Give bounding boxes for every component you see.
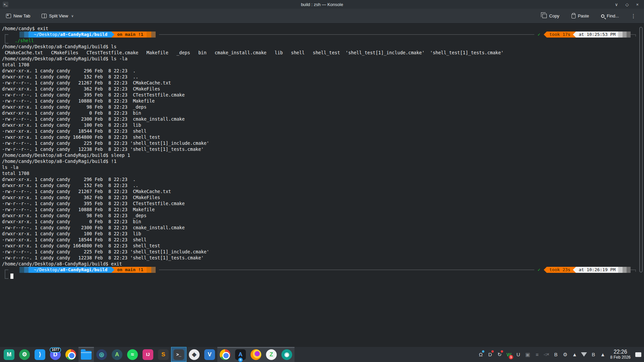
prompt-block-gray-dark [627,32,631,38]
manjaro-settings-taskbar-button[interactable]: ⚙ [17,347,32,362]
terminal-output-line: /home/candy/Desktop/a8-CandyRagi/build$ … [2,158,644,164]
paste-button[interactable]: Paste [568,11,592,20]
file-listing-row: -rw-r--r--. 1 candy candy 225 Feb 8 22:2… [2,249,644,255]
taskbar-panel: M⚙⟩D1077◎A≈IJS>_◆VA+Z◉ ΩD↻W1U▣≡◁✕B⚙▲B▲ 2… [0,347,644,362]
terminal-output-line: /home/candy/Desktop/a8-CandyRagi/build$ … [2,261,644,267]
file-listing-row: drwxr-xr-x. 1 candy candy 98 Feb 8 22:23… [2,104,644,110]
discord-taskbar-button[interactable]: D1077 [48,347,63,362]
software-center-icon: ⟩ [35,349,45,360]
terminal-input-line[interactable] [2,273,644,279]
file-listing-row: drwxr-xr-x. 1 candy candy 0 Feb 8 22:23 … [2,110,644,116]
file-listing-row: drwxr-xr-x. 1 candy candy 362 Feb 8 22:2… [2,86,644,92]
android-studio-icon: A [112,349,122,360]
cube-package-icon[interactable]: ▣ [523,347,532,362]
bluetooth-adapter-icon[interactable]: B [589,347,598,362]
wifi-icon[interactable] [579,347,589,362]
unity-taskbar-button[interactable]: ◆ [186,347,202,362]
android-studio-taskbar-button[interactable]: A [109,347,125,362]
app-launcher-manjaro-taskbar-button[interactable]: M [1,347,17,362]
terminal-output-line: /home/candy/Desktop/a8-CandyRagi/build$ … [2,44,644,50]
split-view-label: Split View [49,13,68,18]
konsole-icon: >_ [173,349,184,360]
status-dot [501,350,503,353]
minimize-button[interactable]: ∨ [615,2,618,7]
copy-label: Copy [549,13,559,18]
chrome-window-taskbar-button[interactable] [217,347,233,362]
prompt-connector-line [159,32,534,38]
discord-tray-icon[interactable]: D [485,347,495,362]
chrome-icon [65,349,76,360]
new-tab-label: New Tab [13,13,30,18]
tray-expander-caret-icon[interactable]: ▲ [598,347,607,362]
prompt-block-dark-blue [19,32,24,38]
file-manager-icon [81,351,92,360]
file-manager-taskbar-button[interactable] [78,347,94,362]
clock[interactable]: 22:26 8 Feb 2026 [610,349,631,360]
konsole-window: >_ build : zsh — Konsole ∨ ◇ × New Tab S… [0,0,644,362]
find-button[interactable]: Find... [598,11,622,20]
maximize-button[interactable]: ◇ [625,2,629,7]
split-view-button[interactable]: Split View ∨ [38,11,77,20]
jdownloader-icon[interactable]: U [514,347,523,362]
screenshot-gear-icon[interactable]: ⚙ [560,347,570,362]
vscode-taskbar-button[interactable]: V [202,347,217,362]
show-desktop-button[interactable] [634,347,643,362]
zen-browser-taskbar-button[interactable]: Z [264,347,279,362]
badge-count: 1077 [50,347,61,353]
accessibility-a-taskbar-button[interactable]: A+ [233,347,248,362]
prompt-block-brown [151,32,156,38]
eject-device-icon[interactable]: ▲ [570,347,579,362]
terminal-area[interactable]: /home/candy$ exit~/Desktop/a8-CandyRagi/… [0,23,644,347]
software-center-taskbar-button[interactable]: ⟩ [32,347,48,362]
clipboard-notes-icon[interactable]: ≡ [532,347,542,362]
powerline-arrow-icon [111,267,114,273]
find-label: Find... [607,13,619,18]
close-button[interactable]: × [636,2,639,7]
copy-button[interactable]: Copy [539,11,562,20]
chevron-down-icon: ∨ [71,14,73,18]
plasma-swirl-icon: ◎ [96,349,107,360]
firefox-taskbar-button[interactable] [248,347,264,362]
intellij-idea-taskbar-button[interactable]: IJ [140,347,156,362]
screen-recorder-taskbar-button[interactable]: ◉ [279,347,294,362]
plasma-swirl-taskbar-button[interactable]: ◎ [94,347,109,362]
sublime-text-taskbar-button[interactable]: S [156,347,171,362]
file-listing-row: -rw-r--r--. 1 candy candy 225 Feb 8 22:2… [2,140,644,146]
konsole-taskbar-button[interactable]: >_ [171,347,186,362]
status-dot [482,350,484,353]
toolbar: New Tab Split View ∨ Copy Paste Find... [0,9,644,23]
bluetooth-icon[interactable]: B [551,347,560,362]
notifications-bell-icon[interactable]: Ω [476,347,485,362]
chrome-taskbar-button[interactable] [63,347,78,362]
new-tab-icon [6,14,11,18]
paste-icon [572,14,576,18]
titlebar[interactable]: >_ build : zsh — Konsole ∨ ◇ × [0,0,644,9]
spotify-taskbar-button[interactable]: ≈ [125,347,140,362]
file-listing-row: -rw-r--r--. 1 candy candy 21267 Feb 8 22… [2,80,644,86]
file-listing-row: -rwxr-xr-x. 1 candy candy 18544 Feb 8 22… [2,128,644,134]
prompt-duration: took 23s [547,267,573,273]
file-listing-row: -rw-r--r--. 1 candy candy 12238 Feb 8 22… [2,255,644,261]
overflow-menu-button[interactable]: ⋮ [628,11,639,21]
manjaro-settings-icon: ⚙ [19,349,30,360]
file-listing-row: drwxr-xr-x. 1 candy candy 152 Feb 8 22:2… [2,74,644,80]
updates-sync-icon[interactable]: ↻ [495,347,504,362]
prompt-block-gray-mid [623,32,627,38]
terminal-output-line: total 1708 [2,170,644,176]
check-icon: ✓ [538,32,540,38]
new-tab-button[interactable]: New Tab [3,11,34,20]
prompt-timestamp: at 10:25:53 PM [576,32,618,38]
whatsapp-tray-icon[interactable]: W1 [504,347,514,362]
clock-date: 8 Feb 2026 [610,355,631,360]
prompt-block-orange [147,267,151,273]
file-listing-row: -rw-r--r--. 1 candy candy 2300 Feb 8 22:… [2,116,644,122]
firefox-icon [251,349,261,360]
sublime-text-icon: S [158,349,169,360]
copy-icon [542,14,547,18]
volume-muted-icon[interactable]: ◁✕ [542,347,551,362]
shell-prompt-bar: ~/Desktop/a8-CandyRagi/buildon main !1✓t… [2,32,644,38]
file-listing-row: drwxr-xr-x. 1 candy candy 98 Feb 8 22:23… [2,213,644,219]
prompt-block-gray-dark [627,267,631,273]
prompt-path-segment: ~/Desktop/a8-CandyRagi/build [29,267,111,273]
terminal-scrollbar[interactable] [639,27,643,273]
